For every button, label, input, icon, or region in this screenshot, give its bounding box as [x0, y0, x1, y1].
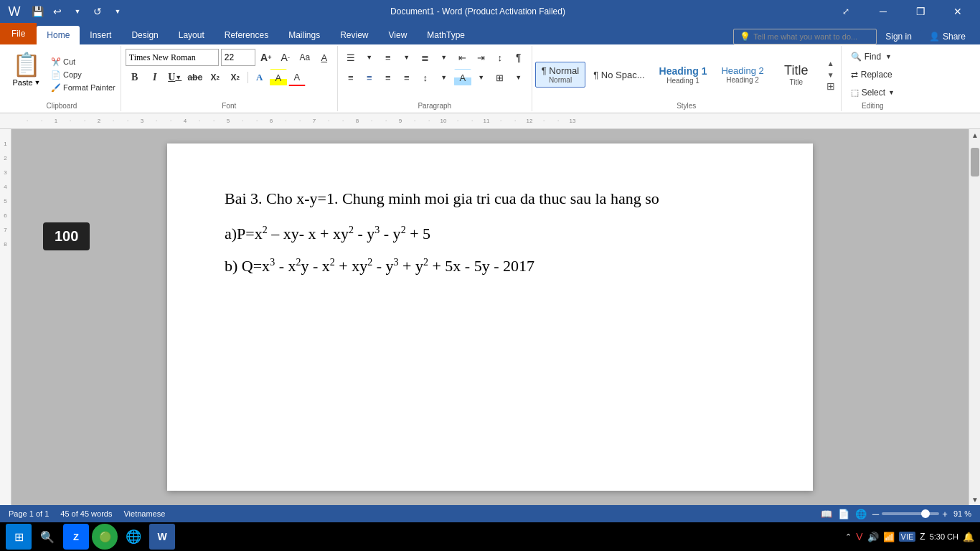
maximize-btn[interactable]: ❒	[904, 0, 937, 23]
zoom-minus-btn[interactable]: ─	[872, 509, 879, 519]
style-normal[interactable]: ¶ Normal Normal	[535, 62, 586, 88]
font-size-input[interactable]	[221, 49, 255, 66]
find-btn[interactable]: 🔍 Find ▼	[846, 49, 900, 65]
tab-references[interactable]: References	[215, 26, 278, 44]
increase-indent-btn[interactable]: ⇥	[473, 49, 490, 66]
highlight-btn[interactable]: A	[270, 69, 287, 86]
zalo-tray-icon[interactable]: Z	[920, 532, 925, 542]
select-btn[interactable]: ⬚ Select ▼	[846, 85, 900, 100]
subscript-btn[interactable]: X2	[206, 69, 225, 86]
tab-review[interactable]: Review	[330, 26, 378, 44]
scroll-track[interactable]	[969, 141, 980, 494]
bullets-dropdown-btn[interactable]: ▼	[361, 49, 378, 66]
chrome-taskbar-btn[interactable]: 🌐	[121, 524, 146, 550]
start-btn[interactable]: ⊞	[6, 524, 32, 550]
text-effects-btn[interactable]: A	[251, 69, 268, 86]
page-info[interactable]: Page 1 of 1	[9, 509, 49, 518]
cut-button[interactable]: ✂️ Cut	[49, 57, 118, 67]
superscript-btn[interactable]: X2	[226, 69, 245, 86]
select-dropdown-icon[interactable]: ▼	[888, 89, 895, 96]
borders-btn[interactable]: ⊞	[491, 69, 509, 86]
redo-btn[interactable]: ↺	[89, 3, 106, 20]
font-name-input[interactable]	[126, 49, 219, 66]
document-content[interactable]: Bai 3. Cho x-y=1. Chung minh moi gia tri…	[225, 187, 755, 278]
paste-dropdown-icon[interactable]: ▼	[34, 79, 41, 86]
align-right-btn[interactable]: ≡	[380, 69, 397, 86]
tray-arrow-icon[interactable]: ⌃	[845, 532, 852, 542]
volume-icon[interactable]: 🔊	[867, 532, 879, 542]
zoom-control[interactable]: ─ +	[872, 509, 948, 519]
paragraph-2[interactable]: a)P=x2 – xy- x + xy2 - y3 - y2 + 5	[225, 222, 755, 245]
zoom-thumb[interactable]	[921, 509, 930, 518]
borders-dropdown-btn[interactable]: ▼	[510, 69, 527, 86]
font-grow-btn[interactable]: A+	[258, 49, 275, 66]
zoom-slider[interactable]	[882, 512, 939, 515]
tab-design[interactable]: Design	[121, 26, 168, 44]
styles-down-btn[interactable]: ▼	[824, 69, 838, 80]
minimize-btn[interactable]: ─	[867, 0, 900, 23]
save-btn[interactable]: 💾	[29, 3, 46, 20]
align-left-btn[interactable]: ≡	[342, 69, 359, 86]
align-center-btn[interactable]: ≡	[361, 69, 378, 86]
clock[interactable]: 5:30 CH	[930, 532, 958, 542]
scroll-down-btn[interactable]: ▼	[969, 494, 980, 505]
change-case-btn[interactable]: Aa	[296, 49, 314, 66]
notification-btn[interactable]: 🔔	[963, 532, 974, 542]
style-no-spacing[interactable]: ¶ No Spac...	[587, 66, 651, 84]
underline-btn[interactable]: U▼	[166, 69, 184, 86]
zoom-percent[interactable]: 91 %	[953, 509, 971, 518]
document-page[interactable]: Bai 3. Cho x-y=1. Chung minh moi gia tri…	[167, 143, 813, 491]
scroll-up-btn[interactable]: ▲	[969, 129, 980, 141]
tab-mathtype[interactable]: MathType	[417, 26, 475, 44]
web-layout-btn[interactable]: 🌐	[855, 509, 867, 519]
print-layout-btn[interactable]: 📄	[838, 509, 849, 519]
zoom-plus-btn[interactable]: +	[942, 509, 948, 519]
line-spacing-dropdown-btn[interactable]: ▼	[435, 69, 453, 86]
tab-insert[interactable]: Insert	[80, 26, 121, 44]
numbering-dropdown-btn[interactable]: ▼	[398, 49, 415, 66]
search-btn[interactable]: 🔍	[34, 524, 60, 550]
undo-dropdown-btn[interactable]: ▼	[69, 3, 86, 20]
paste-button[interactable]: 📋 Paste ▼	[6, 49, 47, 100]
vertical-scrollbar[interactable]: ▲ ▼	[969, 129, 980, 505]
numbering-btn[interactable]: ≡	[380, 49, 397, 66]
sort-btn[interactable]: ↕	[491, 49, 509, 66]
tell-me-box[interactable]: 💡 Tell me what you want to do...	[733, 29, 877, 44]
strikethrough-btn[interactable]: abc	[186, 69, 204, 86]
word-count[interactable]: 45 of 45 words	[60, 509, 112, 518]
word-icon[interactable]: W	[6, 3, 23, 20]
close-btn[interactable]: ✕	[941, 0, 974, 23]
clear-formatting-btn[interactable]: A	[316, 49, 333, 66]
find-dropdown-icon[interactable]: ▼	[885, 53, 892, 60]
shading-dropdown-btn[interactable]: ▼	[473, 69, 490, 86]
italic-btn[interactable]: I	[146, 69, 164, 86]
antivirus-icon[interactable]: V	[856, 531, 862, 542]
undo-btn[interactable]: ↩	[49, 3, 66, 20]
format-painter-button[interactable]: 🖌️ Format Painter	[49, 83, 118, 93]
show-formatting-btn[interactable]: ¶	[510, 49, 527, 66]
multilevel-dropdown-btn[interactable]: ▼	[435, 49, 453, 66]
multilevel-btn[interactable]: ≣	[417, 49, 434, 66]
shading-btn[interactable]: A	[454, 69, 471, 86]
sign-in-btn[interactable]: Sign in	[885, 32, 912, 42]
styles-up-btn[interactable]: ▲	[824, 57, 838, 69]
word-taskbar-btn[interactable]: W	[149, 524, 175, 550]
restore-down-btn[interactable]: ⤢	[829, 0, 862, 23]
paragraph-1[interactable]: Bai 3. Cho x-y=1. Chung minh moi gia tri…	[225, 187, 755, 210]
copy-button[interactable]: 📄 Copy	[49, 70, 118, 80]
line-spacing-btn[interactable]: ↕	[417, 69, 434, 86]
font-color-btn[interactable]: A	[288, 69, 306, 86]
paragraph-3[interactable]: b) Q=x3 - x2y - x2 + xy2 - y3 + y2 + 5x …	[225, 254, 755, 278]
ime-icon[interactable]: VIE	[899, 532, 916, 542]
styles-more-btn[interactable]: ⊞	[824, 80, 838, 92]
share-btn[interactable]: 👤 Share	[920, 29, 974, 44]
network-icon[interactable]: 📶	[883, 532, 895, 542]
read-mode-btn[interactable]: 📖	[821, 509, 832, 519]
bullets-btn[interactable]: ☰	[342, 49, 359, 66]
language-indicator[interactable]: Vietnamese	[123, 509, 165, 518]
scroll-thumb[interactable]	[971, 148, 979, 176]
style-heading1[interactable]: Heading 1 Heading 1	[653, 62, 714, 88]
replace-btn[interactable]: ⇄ Replace	[846, 67, 900, 83]
decrease-indent-btn[interactable]: ⇤	[454, 49, 471, 66]
justify-btn[interactable]: ≡	[398, 69, 415, 86]
